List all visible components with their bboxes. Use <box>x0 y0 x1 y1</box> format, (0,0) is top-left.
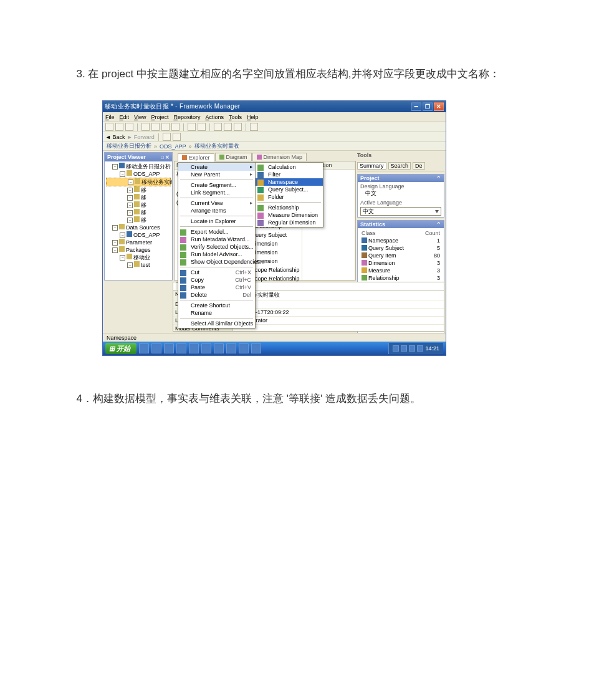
tray-icon[interactable] <box>393 345 399 352</box>
start-button[interactable]: ⊞开始 <box>105 343 136 354</box>
toolbar-copy-icon[interactable] <box>151 123 160 131</box>
toolbar-publish-icon[interactable] <box>224 123 232 131</box>
grid-cell-class[interactable]: Dimension <box>249 239 302 248</box>
toolbar-verify-icon[interactable] <box>214 123 222 131</box>
tray-icon[interactable] <box>401 345 407 352</box>
toolbar-new-icon[interactable] <box>105 123 113 131</box>
menu-edit[interactable]: Edit <box>120 114 130 120</box>
crumb-root[interactable]: 移动业务日报分析 <box>107 142 151 150</box>
prop-value[interactable]: administrator <box>233 317 444 324</box>
toolbar-save-icon[interactable] <box>125 123 133 131</box>
toolbar-open-icon[interactable] <box>115 123 123 131</box>
window-maximize-button[interactable]: ❐ <box>423 102 433 111</box>
menu-file[interactable]: File <box>105 114 115 120</box>
menu-actions[interactable]: Actions <box>205 114 224 120</box>
menu-item[interactable]: CutCtrl+X <box>178 269 255 276</box>
back-button[interactable]: ◄ Back <box>105 134 125 140</box>
toolbar-paste-icon[interactable] <box>161 123 170 131</box>
tooltab-search[interactable]: Search <box>388 162 411 170</box>
toolbar-cut-icon[interactable] <box>141 123 150 131</box>
menu-item[interactable]: Filter <box>256 171 323 178</box>
context-submenu-create[interactable]: CalculationFilterNamespaceQuery Subject.… <box>255 162 323 228</box>
prop-value[interactable] <box>233 325 444 331</box>
toolbar-pkg-icon[interactable] <box>234 123 242 131</box>
taskbar-app-icon[interactable] <box>139 343 149 353</box>
taskbar-app-icon[interactable] <box>251 343 261 353</box>
tree-node[interactable]: −Data Sources <box>106 224 171 231</box>
menu-project[interactable]: Project <box>151 114 168 120</box>
grid-cell-class[interactable]: Query Subject <box>249 231 302 239</box>
menu-help[interactable]: Help <box>247 114 259 120</box>
menu-item[interactable]: DeleteDel <box>178 291 255 299</box>
collapse-icon[interactable]: ⌃ <box>436 175 441 181</box>
menu-item[interactable]: Create <box>178 163 255 171</box>
menu-item[interactable]: Verify Selected Objects... <box>178 243 255 251</box>
tree-node[interactable]: −ODS_APP <box>106 231 171 239</box>
menu-item[interactable]: Show Object Dependencies... <box>178 258 255 266</box>
menu-item[interactable]: Measure Dimension <box>256 211 323 219</box>
grid-cell-class[interactable]: Scope Relationship <box>249 266 302 274</box>
menu-item[interactable]: Locate in Explorer <box>178 218 255 225</box>
taskbar-app-icon[interactable] <box>226 343 236 353</box>
crumb-app[interactable]: ODS_APP <box>160 143 186 150</box>
menu-item[interactable]: Query Subject... <box>256 186 323 193</box>
menu-item[interactable]: Relationship <box>256 204 323 211</box>
menu-item[interactable]: Create Shortcut <box>178 302 255 309</box>
menu-repository[interactable]: Repository <box>173 114 200 120</box>
menu-item[interactable]: Select All Similar Objects <box>178 320 255 327</box>
menu-item[interactable]: Run Model Advisor... <box>178 251 255 258</box>
taskbar-app-icon[interactable] <box>239 343 249 353</box>
nav-icon[interactable] <box>163 133 171 141</box>
crumb-leaf[interactable]: 移动业务实时量收 <box>194 142 239 150</box>
menu-item[interactable]: Current View <box>178 199 255 207</box>
menu-item[interactable]: Folder <box>256 193 323 201</box>
toolbar-help-icon[interactable] <box>250 123 258 131</box>
prop-value[interactable] <box>233 300 444 308</box>
tray-icon[interactable] <box>417 345 423 352</box>
tree-node[interactable]: −test <box>106 261 171 269</box>
window-minimize-button[interactable]: ━ <box>411 102 421 111</box>
menu-item[interactable]: Rename <box>178 309 255 317</box>
windows-taskbar[interactable]: ⊞开始 14:21 <box>103 342 446 355</box>
tooltab-dependencies[interactable]: De <box>413 162 425 170</box>
menu-item[interactable]: Namespace <box>256 178 323 186</box>
tree-node[interactable]: −Parameter <box>106 239 171 246</box>
active-language-select[interactable]: 中文 <box>360 207 441 216</box>
tree-node[interactable]: −移动业务日报分析 <box>106 163 171 170</box>
prop-value[interactable]: 移动业务实时量收 <box>233 290 444 300</box>
tab-explorer[interactable]: Explorer <box>178 153 214 161</box>
collapse-icon[interactable]: ⌃ <box>436 221 441 228</box>
tree-node[interactable]: −移 <box>106 201 171 209</box>
tree-node[interactable]: −移动业 <box>106 254 171 261</box>
taskbar-app-icon[interactable] <box>151 343 161 353</box>
tree-node[interactable]: −Packages <box>106 246 171 254</box>
menu-item[interactable]: Create Segment... <box>178 181 255 189</box>
menubar[interactable]: File Edit View Project Repository Action… <box>103 112 446 122</box>
grid-cell-class[interactable]: Dimension <box>249 248 302 257</box>
menu-item[interactable]: Export Model... <box>178 228 255 236</box>
tree-node[interactable]: −移 <box>106 194 171 201</box>
menu-item[interactable]: PasteCtrl+V <box>178 284 255 291</box>
nav-icon[interactable] <box>173 133 181 141</box>
tree-node[interactable]: −移 <box>106 216 171 224</box>
taskbar-app-icon[interactable] <box>201 343 211 353</box>
panel-pin-icon[interactable]: □ ✕ <box>161 155 170 160</box>
toolbar-redo-icon[interactable] <box>198 123 206 131</box>
window-titlebar[interactable]: 移动业务实时量收日报 * - Framework Manager ━ ❐ ✕ <box>103 101 446 112</box>
tree-node[interactable]: −移 <box>106 209 171 216</box>
context-menu[interactable]: CreateNew ParentCreate Segment...Link Se… <box>178 162 256 328</box>
menu-tools[interactable]: Tools <box>229 114 242 120</box>
tree-node[interactable]: −ODS_APP <box>106 170 171 178</box>
tooltab-summary[interactable]: Summary <box>357 162 386 170</box>
taskbar-app-icon[interactable] <box>189 343 199 353</box>
menu-item[interactable]: Arrange Items <box>178 207 255 214</box>
menu-item[interactable]: Run Metadata Wizard... <box>178 236 255 243</box>
menu-item[interactable]: Calculation <box>256 163 323 171</box>
menu-item[interactable]: Regular Dimension <box>256 219 323 226</box>
tree-node[interactable]: −移动业务实时量收 <box>106 178 171 186</box>
taskbar-app-icon[interactable] <box>214 343 224 353</box>
system-tray[interactable]: 14:21 <box>388 343 443 354</box>
prop-value[interactable]: 2009-04-17T20:09:22 <box>233 309 444 316</box>
toolbar-delete-icon[interactable] <box>171 123 180 131</box>
tree-node[interactable]: −移 <box>106 186 171 194</box>
